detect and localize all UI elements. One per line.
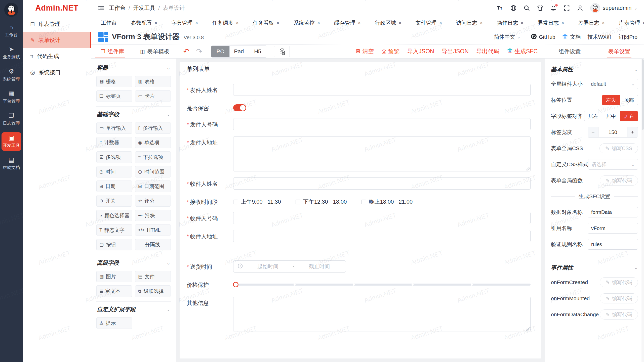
fullscreen-icon[interactable]: [564, 5, 570, 11]
close-icon[interactable]: ×: [602, 20, 605, 25]
form-field-row[interactable]: *收件人号码: [187, 212, 531, 224]
device-button[interactable]: H5: [248, 46, 267, 57]
search-icon[interactable]: [524, 5, 530, 11]
user-icon[interactable]: [577, 5, 583, 11]
widget-item[interactable]: ⊷滑块: [135, 210, 171, 221]
widget-item[interactable]: ▢按钮: [96, 239, 132, 250]
widget-item[interactable]: ▤文件: [135, 271, 171, 282]
widget-item[interactable]: ☑多选项: [96, 151, 132, 163]
checkbox-icon[interactable]: [296, 200, 300, 204]
close-icon[interactable]: ×: [195, 20, 198, 25]
close-icon[interactable]: ×: [561, 20, 564, 25]
switch-toggle[interactable]: [233, 104, 246, 111]
toolbar-action[interactable]: 导出JSON: [442, 48, 469, 55]
close-icon[interactable]: ×: [358, 20, 361, 25]
widget-item[interactable]: ▧图片: [96, 271, 132, 282]
text-input[interactable]: [233, 84, 531, 96]
segmented-option[interactable]: 左边: [602, 95, 620, 105]
code-editor-button[interactable]: ✎编写CSS: [599, 143, 638, 153]
device-button[interactable]: PC: [211, 46, 230, 57]
form-field-row[interactable]: 是否保密: [187, 102, 531, 112]
tab-item[interactable]: 行政区域×: [372, 18, 404, 28]
widget-item[interactable]: ≣富文本: [96, 285, 132, 297]
resize-grip-icon[interactable]: [526, 167, 530, 170]
widget-item[interactable]: —分隔线: [135, 239, 171, 250]
checkbox-icon[interactable]: [233, 200, 238, 204]
widget-item[interactable]: ▯多行输入: [135, 122, 171, 134]
checkbox-icon[interactable]: [361, 200, 366, 204]
widget-section-header[interactable]: 容器⌄: [97, 64, 170, 72]
redo-icon[interactable]: ↷: [196, 47, 202, 56]
form-field-row[interactable]: *收件人姓名: [187, 177, 531, 190]
text-input[interactable]: [233, 230, 531, 242]
vform-link[interactable]: 订阅Pro: [619, 33, 637, 40]
tab-item[interactable]: 文件管理×: [413, 18, 445, 28]
toolbar-action[interactable]: 导入JSON: [407, 48, 434, 55]
close-icon[interactable]: ×: [398, 20, 401, 25]
slider-handle[interactable]: [233, 282, 238, 287]
vform-link[interactable]: GitHub: [531, 33, 555, 41]
code-editor-button[interactable]: ✎编写代码: [600, 175, 638, 186]
close-icon[interactable]: ×: [439, 20, 442, 25]
segmented-option[interactable]: 居右: [620, 111, 638, 121]
segmented-option[interactable]: 居左: [584, 111, 602, 121]
widget-item[interactable]: ◉单选项: [135, 137, 171, 148]
close-icon[interactable]: ×: [480, 20, 483, 25]
slider-track[interactable]: [236, 284, 531, 286]
tab-item[interactable]: 缓存管理×: [332, 18, 363, 28]
close-icon[interactable]: ×: [236, 20, 239, 25]
widget-section-header[interactable]: 高级字段⌄: [97, 259, 170, 267]
vform-link[interactable]: 文档: [562, 33, 581, 41]
settings-tab[interactable]: 表单设置: [594, 44, 644, 58]
select-input[interactable]: 请选择⌄: [588, 159, 638, 170]
notification-bell-icon[interactable]: [550, 5, 557, 11]
sidebar-item[interactable]: ✎表单设计: [23, 32, 91, 48]
toolbar-action[interactable]: 生成SFC: [507, 48, 538, 55]
vform-link[interactable]: 技术WX群: [587, 33, 612, 40]
resize-grip-icon[interactable]: [526, 327, 530, 331]
widget-item[interactable]: ⊞日期: [96, 180, 132, 192]
node-tree-button[interactable]: [274, 46, 290, 57]
text-input[interactable]: [233, 212, 531, 224]
widget-item[interactable]: ⊟日期范围: [135, 180, 171, 192]
tab-item[interactable]: 操作日志×: [494, 18, 526, 28]
widget-item[interactable]: ◴时间范围: [135, 166, 171, 177]
menu-fold-icon[interactable]: [98, 5, 104, 11]
tab-item[interactable]: 库表管理×: [616, 18, 644, 28]
form-field-row[interactable]: *发件人号码: [187, 118, 531, 130]
device-button[interactable]: Pad: [230, 46, 248, 57]
tab-item[interactable]: 系统监控×: [291, 18, 323, 28]
form-title[interactable]: 单列表单: [180, 62, 541, 76]
widget-section-header[interactable]: 基础字段⌄: [97, 111, 170, 118]
code-editor-button[interactable]: ✎编写代码: [600, 293, 638, 303]
toolbar-action[interactable]: 清空: [355, 48, 374, 55]
code-editor-button[interactable]: ✎编写代码: [600, 309, 638, 320]
widget-item[interactable]: ◑颜色选择器: [96, 210, 132, 221]
widget-item[interactable]: ▭卡片: [135, 90, 171, 102]
close-icon[interactable]: ×: [317, 20, 320, 25]
app-logo-icon[interactable]: [4, 3, 19, 17]
panel-tab[interactable]: ◫表单模板: [134, 44, 176, 58]
sidebar-item[interactable]: ⊟库表管理: [23, 16, 91, 32]
breadcrumb-item[interactable]: 工作台: [109, 4, 126, 12]
close-icon[interactable]: ×: [642, 20, 644, 25]
tab-item[interactable]: 任务调度×: [210, 18, 241, 28]
select-input[interactable]: default⌄: [588, 79, 638, 89]
scrollbar[interactable]: [641, 59, 644, 362]
undo-icon[interactable]: ↶: [183, 47, 189, 56]
segmented-option[interactable]: 居中: [602, 111, 620, 121]
form-field-row[interactable]: *接收时间段上午9:00 - 11:30下午12:30 - 18:00晚上18:…: [187, 196, 531, 206]
close-icon[interactable]: ×: [276, 20, 279, 25]
form-field-row[interactable]: *收件人地址: [187, 230, 531, 242]
form-field-row[interactable]: *发件人地址: [187, 136, 531, 171]
widget-item[interactable]: ❏标签页: [96, 90, 132, 102]
tab-item[interactable]: 访问日志×: [454, 18, 486, 28]
widget-item[interactable]: ⚠提示: [96, 317, 132, 329]
settings-section-header[interactable]: 基本属性⌄: [551, 66, 638, 73]
tab-item[interactable]: 差异日志×: [576, 18, 608, 28]
rail-item[interactable]: ⌂工作台: [2, 22, 21, 40]
widget-section-header[interactable]: 自定义扩展字段⌄: [97, 306, 170, 313]
rail-item[interactable]: ❐日志管理: [2, 110, 21, 129]
tab-item[interactable]: 字典管理×: [169, 18, 201, 28]
settings-tab[interactable]: 组件设置: [545, 44, 594, 58]
